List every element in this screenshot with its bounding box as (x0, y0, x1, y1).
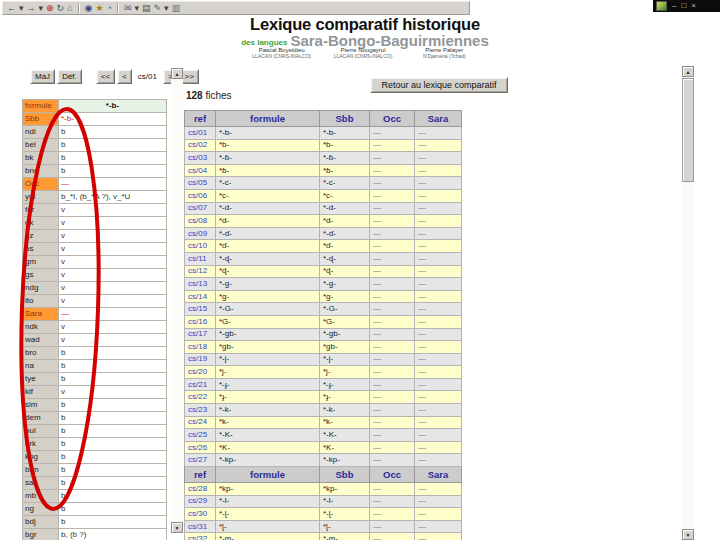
ref-link[interactable]: cs/24 (185, 416, 216, 429)
ref-link[interactable]: cs/11 (185, 252, 216, 265)
prev-record-button[interactable]: < (117, 69, 132, 84)
ref-link[interactable]: cs/21 (185, 378, 216, 391)
table-row: cs/31*ɭ-*ɭ-—— (185, 520, 462, 533)
ref-link[interactable]: cs/16 (185, 315, 216, 328)
record-form-row: ndkv (23, 321, 167, 334)
forward-dropdown-icon[interactable]: ▾ (39, 3, 44, 13)
scroll-up-icon[interactable]: ▲ (682, 66, 694, 77)
ref-link[interactable]: cs/28 (185, 483, 216, 496)
page-title: Lexique comparatif historique (200, 16, 530, 33)
sara-cell: — (415, 404, 462, 417)
formule-cell: *-ɖ- (216, 252, 320, 265)
history-icon[interactable]: ◔ (107, 3, 112, 13)
mail-icon[interactable]: ✉ (124, 3, 132, 13)
discuss-icon[interactable]: ▥ (172, 3, 181, 13)
occ-cell: — (370, 391, 415, 404)
print-icon[interactable]: ▤ (142, 3, 151, 13)
ref-link[interactable]: cs/13 (185, 278, 216, 291)
sara-cell: — (415, 391, 462, 404)
occ-cell: — (370, 164, 415, 177)
first-record-button[interactable]: << (96, 69, 115, 84)
scroll-down-icon[interactable]: ▼ (171, 522, 183, 533)
ref-link[interactable]: cs/20 (185, 366, 216, 379)
home-icon[interactable]: ⌂ (67, 3, 72, 13)
occ-cell: — (370, 278, 415, 291)
ref-link[interactable]: cs/15 (185, 303, 216, 316)
column-header-ref: ref (185, 467, 216, 483)
sbb-cell: *ɟ- (320, 391, 370, 404)
maximize-icon[interactable]: □ (681, 2, 686, 10)
occ-cell: — (370, 483, 415, 496)
ref-link[interactable]: cs/12 (185, 265, 216, 278)
favorites-icon[interactable]: ★ (95, 3, 103, 13)
record-form-value: v (59, 230, 167, 243)
sbb-cell: *-ɗ- (320, 227, 370, 240)
ref-link[interactable]: cs/25 (185, 429, 216, 442)
ref-link[interactable]: cs/05 (185, 177, 216, 190)
left-frame-scrollbar[interactable]: ▲ ▼ (171, 68, 183, 533)
ref-link[interactable]: cs/27 (185, 454, 216, 467)
back-dropdown-icon[interactable]: ▾ (19, 3, 24, 13)
lang-label: kng (23, 451, 59, 464)
stop-icon[interactable]: ⊗ (46, 3, 54, 13)
scrollbar-thumb[interactable] (682, 78, 694, 182)
formule-cell: *j- (216, 366, 320, 379)
update-button[interactable]: MàJ (30, 69, 55, 84)
record-form-row: bkb (23, 152, 167, 165)
record-form-value: b (59, 360, 167, 373)
minimize-icon[interactable]: – (672, 2, 676, 10)
ref-link[interactable]: cs/02 (185, 139, 216, 152)
search-icon[interactable]: ◉ (85, 3, 93, 13)
back-to-lexicon-button[interactable]: Retour au lexique comparatif (370, 77, 508, 93)
back-icon[interactable]: ← (7, 3, 16, 13)
close-icon[interactable]: × (691, 2, 696, 10)
edit-icon[interactable]: ✎ (154, 3, 162, 13)
ref-link[interactable]: cs/09 (185, 227, 216, 240)
ref-link[interactable]: cs/22 (185, 391, 216, 404)
lang-label: bs (23, 243, 59, 256)
window-titlebar: – □ × (653, 0, 720, 12)
section-label: Occ (23, 178, 59, 191)
ref-link[interactable]: cs/30 (185, 508, 216, 521)
sbb-cell: *-l- (320, 495, 370, 508)
ref-link[interactable]: cs/31 (185, 520, 216, 533)
refresh-icon[interactable]: ↻ (57, 3, 65, 13)
scroll-up-icon[interactable]: ▲ (171, 68, 183, 79)
formule-cell: *G- (216, 315, 320, 328)
toolbar-separator (78, 3, 80, 13)
ref-link[interactable]: cs/32 (185, 533, 216, 540)
column-header-occ: Occ (370, 467, 415, 483)
edit-dropdown-icon[interactable]: ▾ (164, 3, 169, 13)
ref-link[interactable]: cs/10 (185, 240, 216, 253)
formule-cell: *kp- (216, 483, 320, 496)
table-row: cs/22*ɟ-*ɟ-—— (185, 391, 462, 404)
ref-link[interactable]: cs/04 (185, 164, 216, 177)
sara-cell: — (415, 533, 462, 540)
scroll-down-icon[interactable]: ▼ (682, 529, 694, 540)
formule-cell: *c- (216, 189, 320, 202)
occ-cell: — (370, 454, 415, 467)
ref-link[interactable]: cs/26 (185, 441, 216, 454)
ref-link[interactable]: cs/14 (185, 290, 216, 303)
ref-link[interactable]: cs/19 (185, 353, 216, 366)
ref-link[interactable]: cs/03 (185, 152, 216, 165)
occ-cell: — (370, 290, 415, 303)
ref-link[interactable]: cs/08 (185, 215, 216, 228)
author-1: Pascal Boyeldieu LLACAN (CNRS-INALCO) (241, 47, 322, 59)
forward-icon[interactable]: → (27, 3, 36, 13)
record-form-value: b (59, 503, 167, 516)
ref-link[interactable]: cs/07 (185, 202, 216, 215)
main-frame-scrollbar[interactable]: ▲ ▼ (682, 66, 694, 540)
table-row: cs/23*-k-*-k-—— (185, 404, 462, 417)
ref-link[interactable]: cs/29 (185, 495, 216, 508)
occ-cell: — (370, 127, 415, 140)
formule-cell: *d- (216, 215, 320, 228)
ref-link[interactable]: cs/17 (185, 328, 216, 341)
ref-link[interactable]: cs/06 (185, 189, 216, 202)
mail-dropdown-icon[interactable]: ▾ (135, 3, 140, 13)
ref-link[interactable]: cs/18 (185, 341, 216, 354)
definition-button[interactable]: Déf. (57, 69, 82, 84)
ref-link[interactable]: cs/23 (185, 404, 216, 417)
occ-cell: — (370, 366, 415, 379)
ref-link[interactable]: cs/01 (185, 127, 216, 140)
